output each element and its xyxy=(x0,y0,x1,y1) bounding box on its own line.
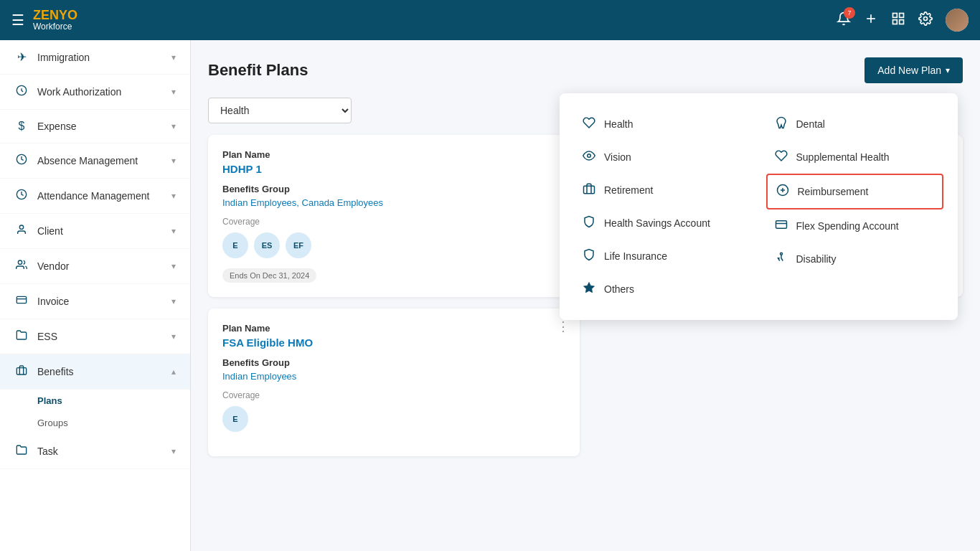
coverage-label: Coverage xyxy=(222,390,565,400)
sidebar-item-absence-management[interactable]: Absence Management ▾ xyxy=(0,143,190,179)
supplemental-health-icon xyxy=(773,149,789,165)
dropdown-item-label: Health Savings Account xyxy=(604,217,710,229)
sidebar-item-label: Benefits xyxy=(37,366,74,377)
sidebar-sub-plans[interactable]: Plans xyxy=(0,390,190,412)
shield-icon xyxy=(581,215,597,231)
retirement-icon xyxy=(581,182,597,198)
immigration-icon: ✈ xyxy=(14,50,29,64)
sidebar-item-attendance-management[interactable]: Attendance Management ▾ xyxy=(0,179,190,214)
sidebar-item-invoice[interactable]: Invoice ▾ xyxy=(0,284,190,319)
sidebar-sub-groups[interactable]: Groups xyxy=(0,412,190,434)
dropdown-item-label: Health xyxy=(604,118,633,130)
vendor-icon xyxy=(14,259,29,273)
dropdown-item-label: Dental xyxy=(796,118,825,130)
dropdown-item-supplemental-health[interactable]: Supplemental Health xyxy=(766,141,944,174)
work-auth-icon xyxy=(14,85,29,99)
sidebar-item-work-authorization[interactable]: Work Authorization ▾ xyxy=(0,75,190,110)
logo-name: ZENYO xyxy=(33,9,77,23)
plan-type-filter[interactable]: Health xyxy=(208,98,352,123)
dropdown-item-label: Reimbursement xyxy=(798,186,869,197)
sidebar-item-vendor[interactable]: Vendor ▾ xyxy=(0,249,190,284)
svg-rect-2 xyxy=(893,13,897,17)
sidebar-item-label: Client xyxy=(37,225,63,237)
add-new-plan-label: Add New Plan xyxy=(877,65,941,76)
dropdown-item-disability[interactable]: Disability xyxy=(766,242,944,276)
chevron-up-icon: ▴ xyxy=(171,367,176,377)
coverage-chips: E ES EF xyxy=(222,232,565,258)
sidebar-item-client[interactable]: Client ▾ xyxy=(0,214,190,249)
dropdown-item-retirement[interactable]: Retirement xyxy=(574,174,752,207)
sidebar-item-benefits[interactable]: Benefits ▴ xyxy=(0,354,190,390)
dropdown-item-label: Others xyxy=(604,283,634,295)
dropdown-item-label: Flex Spending Account xyxy=(796,220,899,232)
attendance-icon xyxy=(14,189,29,203)
absence-icon xyxy=(14,154,29,168)
notifications-icon[interactable]: 7 xyxy=(837,11,851,29)
chevron-down-icon: ▾ xyxy=(171,191,176,201)
svg-point-15 xyxy=(588,154,591,158)
hamburger-menu[interactable]: ☰ xyxy=(11,11,24,29)
sidebar-item-label: Immigration xyxy=(37,52,90,63)
sidebar-item-label: Task xyxy=(37,446,58,457)
dropdown-item-others[interactable]: Others xyxy=(574,273,752,306)
dropdown-item-health[interactable]: Health xyxy=(574,108,752,141)
plan-label: Plan Name xyxy=(222,323,565,334)
svg-point-11 xyxy=(18,260,22,264)
client-icon xyxy=(14,224,29,238)
chevron-down-icon: ▾ xyxy=(171,226,176,236)
sidebar: ✈ Immigration ▾ Work Authorization ▾ $ E… xyxy=(0,40,191,551)
flex-spending-icon xyxy=(773,218,789,234)
avatar[interactable] xyxy=(946,9,969,32)
invoice-icon xyxy=(14,294,29,309)
task-icon xyxy=(14,444,29,458)
dental-icon xyxy=(773,116,789,132)
dropdown-item-dental[interactable]: Dental xyxy=(766,108,944,141)
sidebar-item-label: Vendor xyxy=(37,260,69,272)
settings-icon[interactable] xyxy=(918,11,933,29)
dropdown-grid: Health Vision Retirement Health Savings … xyxy=(574,108,943,306)
plan-label: Plan Name xyxy=(222,149,565,160)
sidebar-item-task[interactable]: Task ▾ xyxy=(0,434,190,469)
page-title: Benefit Plans xyxy=(208,61,308,80)
heart-icon xyxy=(581,116,597,132)
dropdown-item-life-insurance[interactable]: Life Insurance xyxy=(574,240,752,273)
svg-rect-5 xyxy=(900,19,904,24)
svg-rect-12 xyxy=(17,296,26,303)
svg-rect-3 xyxy=(900,13,904,17)
add-new-plan-button[interactable]: Add New Plan ▾ xyxy=(864,57,963,83)
dropdown-item-flex-spending[interactable]: Flex Spending Account xyxy=(766,209,944,242)
sidebar-item-ess[interactable]: ESS ▾ xyxy=(0,319,190,354)
dropdown-item-vision[interactable]: Vision xyxy=(574,141,752,174)
dropdown-item-label: Life Insurance xyxy=(604,250,667,262)
plan-name: HDHP 1 xyxy=(222,163,565,175)
chevron-down-icon: ▾ xyxy=(171,261,176,271)
dropdown-item-label: Supplemental Health xyxy=(796,151,890,163)
sidebar-item-label: Expense xyxy=(37,121,76,132)
apps-grid-icon[interactable] xyxy=(891,11,905,29)
life-insurance-icon xyxy=(581,248,597,264)
sidebar-item-expense[interactable]: $ Expense ▾ xyxy=(0,110,190,143)
coverage-chip-es: ES xyxy=(254,232,280,258)
ess-icon xyxy=(14,329,29,344)
plan-card-2: ⋮ Plan Name FSA Eligible HMO Benefits Gr… xyxy=(208,309,580,456)
group-label: Benefits Group xyxy=(222,184,565,194)
benefits-icon xyxy=(14,364,29,379)
sidebar-item-label: Attendance Management xyxy=(37,190,149,202)
dropdown-item-hsa[interactable]: Health Savings Account xyxy=(574,207,752,240)
star-icon xyxy=(581,281,597,297)
top-navigation: ☰ ZENYO Workforce 7 xyxy=(0,0,980,40)
eye-icon xyxy=(581,149,597,165)
sidebar-item-immigration[interactable]: ✈ Immigration ▾ xyxy=(0,40,190,75)
svg-rect-16 xyxy=(584,186,595,194)
card-menu-icon[interactable]: ⋮ xyxy=(557,319,570,334)
svg-point-23 xyxy=(780,253,782,255)
group-label: Benefits Group xyxy=(222,357,565,368)
chevron-down-icon: ▾ xyxy=(171,446,176,456)
svg-point-10 xyxy=(19,225,23,229)
chevron-down-icon: ▾ xyxy=(171,156,176,166)
svg-rect-4 xyxy=(893,19,897,24)
chevron-down-icon: ▾ xyxy=(171,296,176,306)
dropdown-item-reimbursement[interactable]: Reimbursement xyxy=(766,174,944,209)
add-icon[interactable] xyxy=(864,11,878,29)
page-header: Benefit Plans Add New Plan ▾ xyxy=(208,57,963,83)
